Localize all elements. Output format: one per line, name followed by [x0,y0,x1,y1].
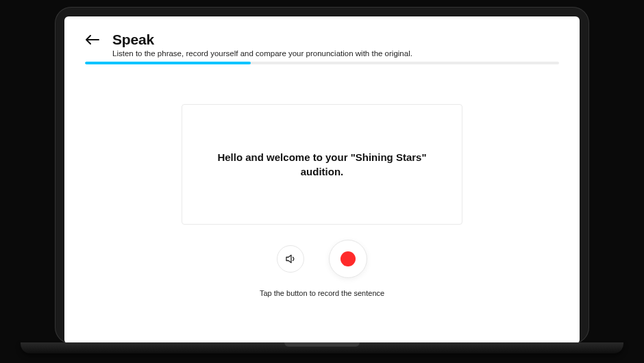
back-button[interactable] [85,32,100,47]
page-subtitle: Listen to the phrase, record yourself an… [112,49,559,58]
play-audio-button[interactable] [277,245,304,273]
laptop-notch [284,342,360,347]
phrase-card: Hello and welcome to your "Shining Stars… [182,104,462,225]
laptop-base [21,342,623,353]
record-button[interactable] [329,240,367,278]
progress-bar [85,62,559,64]
controls-row [85,240,559,278]
page-title: Speak [112,32,154,48]
record-hint: Tap the button to record the sentence [85,289,559,297]
record-icon [340,251,356,266]
speaker-icon [284,253,297,265]
app-screen: Speak Listen to the phrase, record yours… [64,16,580,344]
phrase-text: Hello and welcome to your "Shining Stars… [210,150,434,179]
arrow-left-icon [86,35,99,45]
progress-fill [85,62,251,64]
header: Speak [85,32,559,48]
laptop-frame: Speak Listen to the phrase, record yours… [55,7,589,344]
